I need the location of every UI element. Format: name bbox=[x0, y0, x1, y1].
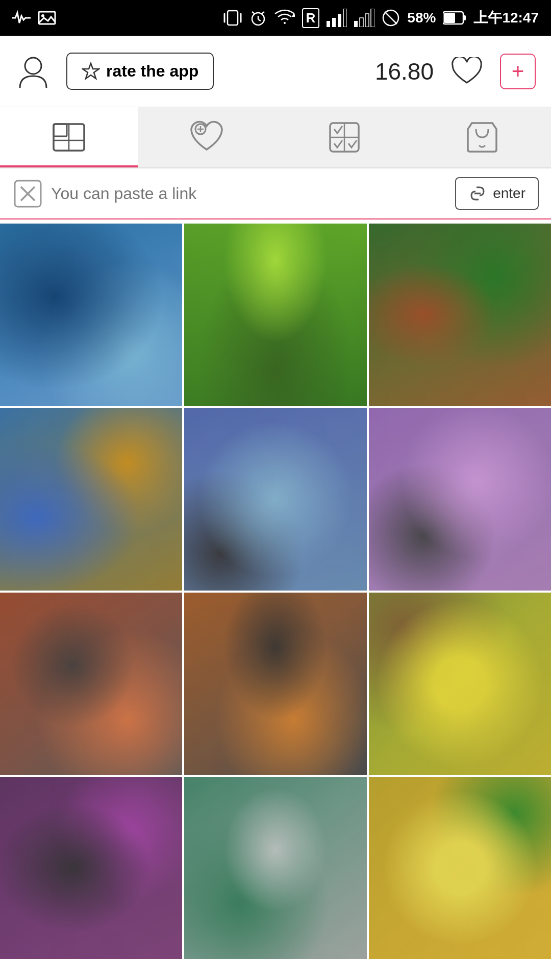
svg-line-20 bbox=[385, 12, 397, 24]
checklist-icon bbox=[326, 119, 363, 156]
tab-gallery[interactable] bbox=[0, 107, 138, 167]
grid-item-7[interactable] bbox=[0, 593, 182, 775]
svg-line-9 bbox=[262, 12, 264, 14]
signal-bars-2-icon bbox=[354, 9, 374, 27]
grid-item-6[interactable] bbox=[369, 408, 551, 590]
plus-button[interactable]: + bbox=[500, 54, 536, 89]
signal-bars-icon bbox=[327, 9, 347, 27]
svg-point-1 bbox=[41, 14, 44, 17]
grid-item-5[interactable] bbox=[184, 408, 366, 590]
grid-item-12[interactable] bbox=[369, 777, 551, 959]
time-display: 上午12:47 bbox=[473, 8, 539, 28]
tab-shopping[interactable] bbox=[413, 107, 551, 167]
clear-button[interactable] bbox=[12, 178, 43, 209]
battery-icon bbox=[443, 11, 466, 25]
link-icon bbox=[468, 186, 487, 201]
enter-label: enter bbox=[493, 185, 525, 202]
rate-label: rate the app bbox=[106, 62, 198, 81]
grid-item-9[interactable] bbox=[369, 593, 551, 775]
tab-bar bbox=[0, 107, 551, 168]
svg-rect-16 bbox=[360, 18, 363, 27]
tab-wishlist[interactable] bbox=[138, 107, 276, 167]
status-left bbox=[12, 9, 56, 27]
heartbeat-icon bbox=[12, 9, 31, 27]
grid-item-2[interactable] bbox=[184, 224, 366, 406]
wishlist-icon bbox=[188, 119, 225, 156]
svg-rect-18 bbox=[371, 9, 374, 27]
alarm-icon bbox=[249, 9, 267, 27]
gallery-icon bbox=[51, 119, 87, 156]
grid-item-3[interactable] bbox=[369, 224, 551, 406]
link-input-field[interactable] bbox=[51, 184, 447, 203]
r-badge: R bbox=[302, 8, 320, 28]
plus-icon: + bbox=[512, 59, 524, 84]
svg-point-24 bbox=[25, 58, 41, 74]
svg-rect-11 bbox=[327, 21, 330, 27]
grid-item-11[interactable] bbox=[184, 777, 366, 959]
grid-item-8[interactable] bbox=[184, 593, 366, 775]
svg-rect-17 bbox=[365, 14, 369, 27]
rate-button[interactable]: rate the app bbox=[66, 53, 214, 90]
status-right: R 58% 上午12:47 bbox=[223, 8, 539, 28]
enter-button[interactable]: enter bbox=[455, 177, 539, 210]
header: rate the app 16.80 + bbox=[0, 36, 551, 107]
image-grid bbox=[0, 222, 551, 961]
svg-rect-22 bbox=[463, 15, 466, 20]
heart-button[interactable] bbox=[449, 54, 485, 89]
profile-button[interactable] bbox=[15, 54, 51, 89]
profile-icon bbox=[18, 55, 48, 88]
score-display: 16.80 bbox=[375, 58, 434, 85]
grid-item-4[interactable] bbox=[0, 408, 182, 590]
svg-rect-27 bbox=[54, 124, 67, 136]
svg-rect-2 bbox=[228, 11, 238, 25]
grid-item-1[interactable] bbox=[0, 224, 182, 406]
clear-icon bbox=[14, 180, 42, 208]
svg-line-7 bbox=[258, 19, 261, 21]
svg-rect-15 bbox=[354, 21, 358, 27]
block-icon bbox=[382, 9, 400, 27]
shopping-icon bbox=[464, 119, 500, 156]
svg-rect-13 bbox=[338, 14, 341, 27]
tab-checklist[interactable] bbox=[276, 107, 413, 167]
status-bar: R 58% 上午12:47 bbox=[0, 0, 551, 36]
vibrate-icon bbox=[223, 9, 242, 27]
grid-item-10[interactable] bbox=[0, 777, 182, 959]
image-icon bbox=[38, 9, 56, 27]
link-input-area: enter bbox=[0, 168, 551, 219]
svg-rect-23 bbox=[444, 13, 455, 23]
heart-icon bbox=[452, 57, 482, 86]
svg-line-8 bbox=[252, 12, 255, 14]
wifi-icon bbox=[274, 9, 295, 27]
battery-percentage: 58% bbox=[407, 10, 436, 26]
svg-rect-12 bbox=[332, 18, 336, 27]
svg-rect-14 bbox=[343, 9, 347, 27]
svg-marker-25 bbox=[83, 63, 99, 79]
star-icon bbox=[82, 62, 100, 81]
